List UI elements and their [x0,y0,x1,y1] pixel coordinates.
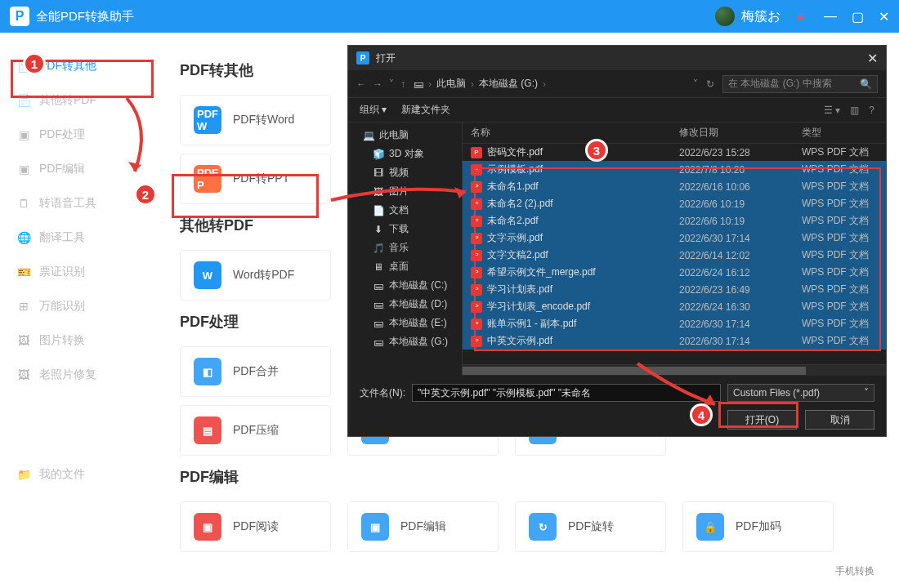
organize-button[interactable]: 组织 ▾ [360,103,387,117]
file-row[interactable]: P密码文件.pdf2022/6/23 15:28WPS PDF 文档 [463,144,886,161]
step-badge-3: 3 [585,139,608,162]
nav-history-button[interactable]: ˅ [389,78,394,90]
tree-item[interactable]: 🖴本地磁盘 (G:) [348,332,462,351]
process-icon: ▣ [16,127,31,142]
file-row[interactable]: P文字示例.pdf2022/6/30 17:14WPS PDF 文档 [463,229,886,247]
card-pdf-rotate[interactable]: ↻PDF旋转 [515,501,666,552]
file-row[interactable]: P中英文示例.pdf2022/6/30 17:14WPS PDF 文档 [463,332,886,350]
avatar-icon [715,7,735,26]
tree-item[interactable]: 🧊3D 对象 [348,145,462,163]
search-input[interactable]: 在 本地磁盘 (G:) 中搜索 🔍 [722,75,878,93]
card-pdf-encrypt[interactable]: 🔒PDF加码 [682,501,834,552]
file-row[interactable]: P未命名2.pdf2022/6/6 10:19WPS PDF 文档 [463,212,886,229]
breadcrumb[interactable]: 🖴 › 此电脑 › 本地磁盘 (G:) › [414,77,685,91]
ticket-icon: 🎫 [16,265,31,279]
tree-item[interactable]: 🖴本地磁盘 (D:) [348,295,462,314]
tree-item[interactable]: 🖴本地磁盘 (E:) [348,314,462,332]
card-pdf-to-word[interactable]: PDFWPDF转Word [180,95,331,145]
cancel-button[interactable]: 取消 [805,410,874,430]
tree-item[interactable]: 🎵音乐 [348,238,462,257]
rotate-icon: ↻ [529,513,557,541]
ocr-icon: ⊞ [16,299,31,314]
sidebar-item-ocr[interactable]: ⊞万能识别 [0,289,155,323]
sidebar-item-voice[interactable]: 🗒转语音工具 [0,186,155,220]
bottom-label: 手机转换 [835,564,874,578]
user-area[interactable]: 梅簇お [715,7,780,26]
file-row[interactable]: P学习计划表_encode.pdf2022/6/24 16:30WPS PDF … [463,298,886,315]
annotation-arrow-icon [327,180,474,212]
annotation-arrow-icon [629,359,727,416]
sidebar-item-image[interactable]: 🖼图片转换 [0,323,155,358]
titlebar: P 全能PDF转换助手 梅簇お ≡ — ▢ ✕ [0,0,899,33]
file-row[interactable]: P希望示例文件_merge.pdf2022/6/24 16:12WPS PDF … [463,264,886,281]
window-buttons: — ▢ ✕ [824,9,889,24]
card-pdf-compress[interactable]: ▤PDF压缩 [180,405,331,456]
minimize-button[interactable]: — [824,9,837,24]
file-row[interactable]: P未命名2 (2).pdf2022/6/6 10:19WPS PDF 文档 [463,195,886,212]
preview-button[interactable]: ▥ [850,105,859,116]
annotation-arrow-icon [114,94,163,184]
dialog-tree: 💻此电脑🧊3D 对象🎞视频🖼图片📄文档⬇下载🎵音乐🖥桌面🖴本地磁盘 (C:)🖴本… [348,122,463,376]
sidebar-item-ticket[interactable]: 🎫票证识别 [0,255,155,289]
dialog-title: 打开 [376,51,396,65]
file-row[interactable]: P未命名1.pdf2022/6/16 10:06WPS PDF 文档 [463,178,886,195]
card-pdf-edit[interactable]: ▣PDF编辑 [347,501,499,552]
file-row[interactable]: P学习计划表.pdf2022/6/23 16:49WPS PDF 文档 [463,281,886,298]
pdf-icon: P [471,250,482,261]
app-logo-icon: P [10,7,29,26]
edit-icon: ▣ [361,513,389,541]
file-open-dialog: P 打开 ✕ ← → ˅ ↑ 🖴 › 此电脑 › 本地磁盘 (G:) › ˅ ↻… [347,45,887,437]
maximize-button[interactable]: ▢ [852,9,864,24]
col-name[interactable]: 名称 [471,126,679,140]
tree-item[interactable]: ⬇下载 [348,220,462,238]
word-icon: PDFW [194,106,221,134]
nav-forward-button[interactable]: → [373,78,382,90]
pdf-icon: P [471,318,482,330]
sidebar-item-translate[interactable]: 🌐翻译工具 [0,220,155,255]
disk-icon: 🖴 [373,299,384,310]
new-folder-button[interactable]: 新建文件夹 [401,103,450,117]
card-pdf-merge[interactable]: ◧PDF合并 [180,346,331,397]
translate-icon: 🌐 [16,230,31,245]
file-row[interactable]: P示例模板.pdf2022/7/8 10:20WPS PDF 文档 [463,161,886,178]
dialog-toolbar: 组织 ▾ 新建文件夹 ☰ ▾ ▥ ? [348,98,886,122]
image-icon: 🖼 [16,333,31,348]
open-button[interactable]: 打开(O) [727,410,797,430]
card-word-to-pdf[interactable]: WWord转PDF [180,250,331,301]
pc-icon: 💻 [363,130,374,141]
username: 梅簇お [741,8,780,25]
refresh-button[interactable]: ↻ [706,78,714,90]
nav-back-button[interactable]: ← [356,78,366,90]
word-icon: W [194,261,221,289]
list-header: 名称 修改日期 类型 [463,122,886,144]
col-type[interactable]: 类型 [802,126,878,140]
dialog-logo-icon: P [356,51,369,65]
step-badge-2: 2 [134,183,157,206]
file-filter-select[interactable]: Custom Files (*.pdf)˅ [727,384,874,402]
chevron-down-icon[interactable]: ˅ [693,78,698,90]
tree-item[interactable]: 💻此电脑 [348,126,462,145]
close-button[interactable]: ✕ [879,9,889,24]
view-button[interactable]: ☰ ▾ [824,105,840,116]
tree-item[interactable]: 🖥桌面 [348,257,462,276]
dialog-close-button[interactable]: ✕ [867,51,878,66]
disk-icon: 🖴 [373,336,384,348]
disk-icon: 🖴 [373,280,384,292]
nav-up-button[interactable]: ↑ [400,78,405,90]
sidebar-item-myfiles[interactable]: 📁我的文件 [0,457,155,492]
help-button[interactable]: ? [869,105,874,116]
download-icon: ⬇ [373,224,384,235]
annotation-box-2 [172,174,319,218]
card-pdf-read[interactable]: ▣PDF阅读 [180,501,331,552]
tree-item[interactable]: 🖴本地磁盘 (C:) [348,276,462,295]
pdf-icon: P [471,301,482,313]
col-date[interactable]: 修改日期 [679,126,802,140]
desktop-icon: 🖥 [373,261,384,273]
chevron-down-icon: ˅ [864,387,869,399]
file-row[interactable]: P账单示例1 - 副本.pdf2022/6/30 17:14WPS PDF 文档 [463,315,886,332]
sidebar-item-photo[interactable]: 🖼老照片修复 [0,358,155,392]
menu-icon[interactable]: ≡ [797,9,804,24]
lock-icon: 🔒 [696,513,724,541]
pdf-icon: P [471,233,482,244]
file-row[interactable]: P文字文稿2.pdf2022/6/14 12:02WPS PDF 文档 [463,247,886,264]
